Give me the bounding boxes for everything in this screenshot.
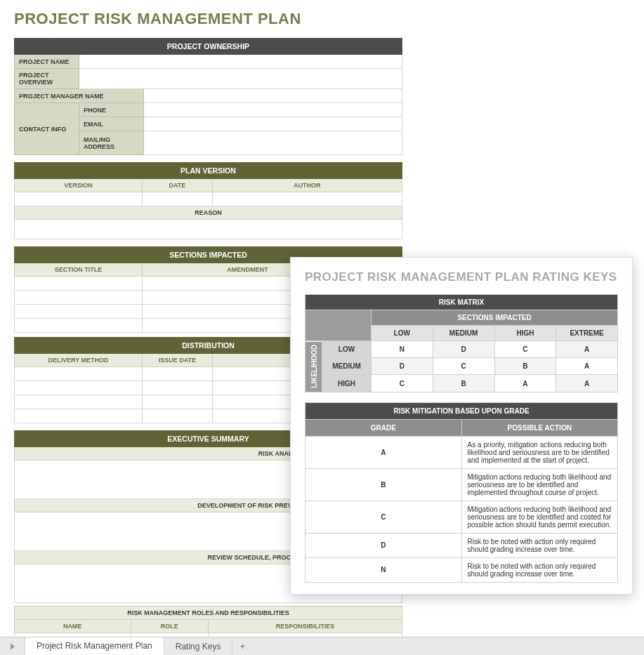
tab-nav-prev[interactable] bbox=[0, 637, 25, 655]
matrix-cell: C bbox=[494, 341, 556, 358]
action-col-label: POSSIBLE ACTION bbox=[461, 419, 618, 436]
matrix-cell: A bbox=[556, 341, 618, 358]
project-manager-field[interactable] bbox=[144, 89, 402, 103]
grade-cell: N bbox=[305, 557, 462, 582]
table-row[interactable] bbox=[143, 409, 212, 423]
matrix-cell: N bbox=[372, 341, 433, 358]
mailing-field[interactable] bbox=[144, 131, 402, 155]
reason-field[interactable] bbox=[15, 220, 402, 239]
role-col-label: ROLE bbox=[131, 620, 208, 633]
table-row[interactable] bbox=[143, 367, 212, 381]
tab-add-button[interactable]: + bbox=[232, 637, 252, 655]
chevron-left-icon bbox=[11, 643, 15, 650]
matrix-row-high: HIGH bbox=[322, 375, 372, 392]
matrix-col-high: HIGH bbox=[494, 326, 556, 341]
sheet-tabbar: Project Risk Management Plan Rating Keys… bbox=[0, 637, 644, 655]
phone-label: PHONE bbox=[79, 103, 144, 117]
tab-label: Project Risk Management Plan bbox=[37, 641, 152, 651]
ownership-header: PROJECT OWNERSHIP bbox=[15, 39, 402, 55]
table-row[interactable] bbox=[15, 319, 143, 333]
table-row[interactable] bbox=[15, 367, 143, 381]
mitigation-table: RISK MITIGATION BASED UPON GRADE GRADE P… bbox=[305, 402, 618, 583]
version-field[interactable] bbox=[15, 192, 143, 206]
grade-cell: A bbox=[305, 436, 462, 468]
author-field[interactable] bbox=[212, 192, 402, 206]
email-label: EMAIL bbox=[79, 117, 144, 131]
panel-title: PROJECT RISK MANAGEMENT PLAN RATING KEYS bbox=[305, 270, 618, 284]
rating-keys-panel: PROJECT RISK MANAGEMENT PLAN RATING KEYS… bbox=[290, 257, 633, 595]
matrix-col-low: LOW bbox=[372, 326, 433, 341]
project-manager-label: PROJECT MANAGER NAME bbox=[15, 89, 144, 103]
matrix-side-label: LIKELIHOOD bbox=[305, 341, 322, 392]
action-cell: Risk to be noted with action only requir… bbox=[461, 557, 618, 582]
action-cell: Risk to be noted with action only requir… bbox=[461, 533, 618, 557]
phone-field[interactable] bbox=[144, 103, 402, 117]
matrix-corner bbox=[305, 310, 372, 341]
matrix-cell: B bbox=[433, 375, 494, 392]
table-row[interactable] bbox=[15, 277, 143, 291]
mailing-label: MAILING ADDRESS bbox=[79, 131, 144, 155]
action-cell: Mitigation actions reducing both likelih… bbox=[461, 501, 618, 533]
matrix-header: RISK MATRIX bbox=[305, 295, 618, 310]
table-row[interactable] bbox=[15, 395, 143, 409]
table-row[interactable] bbox=[15, 291, 143, 305]
action-cell: As a priority, mitigation actions reduci… bbox=[461, 436, 618, 468]
matrix-cell: D bbox=[372, 358, 433, 375]
table-row[interactable] bbox=[15, 381, 143, 395]
table-row[interactable] bbox=[143, 395, 212, 409]
table-row[interactable] bbox=[143, 381, 212, 395]
matrix-cell: C bbox=[433, 358, 494, 375]
plan-version-header: PLAN VERSION bbox=[15, 163, 402, 179]
resp-col-label: RESPONSIBILITIES bbox=[208, 620, 402, 633]
matrix-row-low: LOW bbox=[322, 341, 372, 358]
project-name-field[interactable] bbox=[79, 55, 402, 69]
matrix-cols-header: SECTIONS IMPACTED bbox=[372, 310, 618, 326]
grade-cell: D bbox=[305, 533, 462, 557]
plan-version-table: PLAN VERSION VERSION DATE AUTHOR REASON bbox=[14, 162, 402, 239]
grade-cell: B bbox=[305, 468, 462, 501]
project-name-label: PROJECT NAME bbox=[15, 55, 79, 69]
section-title-label: SECTION TITLE bbox=[15, 263, 143, 277]
table-row[interactable] bbox=[15, 409, 143, 423]
matrix-cell: B bbox=[494, 358, 556, 375]
project-overview-label: PROJECT OVERVIEW bbox=[15, 69, 79, 89]
date-field[interactable] bbox=[143, 192, 212, 206]
name-col-label: NAME bbox=[15, 620, 131, 633]
matrix-cell: A bbox=[556, 358, 618, 375]
email-field[interactable] bbox=[144, 117, 402, 131]
reason-label: REASON bbox=[15, 206, 402, 220]
matrix-cell: C bbox=[372, 375, 433, 392]
grade-col-label: GRADE bbox=[305, 419, 462, 436]
tab-label: Rating Keys bbox=[176, 642, 221, 651]
issue-date-label: ISSUE DATE bbox=[143, 354, 212, 367]
author-label: AUTHOR bbox=[212, 179, 402, 192]
matrix-col-extreme: EXTREME bbox=[556, 326, 618, 341]
tab-project-plan[interactable]: Project Risk Management Plan bbox=[25, 637, 164, 655]
matrix-cell: A bbox=[494, 375, 556, 392]
delivery-label: DELIVERY METHOD bbox=[15, 354, 143, 367]
mitigation-header: RISK MITIGATION BASED UPON GRADE bbox=[305, 402, 618, 419]
project-overview-field[interactable] bbox=[79, 69, 402, 89]
version-label: VERSION bbox=[15, 179, 143, 192]
matrix-cell: A bbox=[556, 375, 618, 392]
risk-matrix-table: RISK MATRIX SECTIONS IMPACTED LOW MEDIUM… bbox=[305, 294, 618, 392]
action-cell: Mitigation actions reducing both likelih… bbox=[461, 468, 618, 501]
roles-header: RISK MANAGEMENT ROLES AND RESPONSIBILITI… bbox=[15, 607, 402, 620]
matrix-row-medium: MEDIUM bbox=[322, 358, 372, 375]
page-title: PROJECT RISK MANAGEMENT PLAN bbox=[14, 10, 402, 28]
matrix-col-medium: MEDIUM bbox=[433, 326, 494, 341]
table-row[interactable] bbox=[15, 305, 143, 319]
date-label: DATE bbox=[143, 179, 212, 192]
tab-rating-keys[interactable]: Rating Keys bbox=[164, 637, 233, 655]
grade-cell: C bbox=[305, 501, 462, 533]
contact-info-label: CONTACT INFO bbox=[15, 103, 79, 155]
matrix-cell: D bbox=[433, 341, 494, 358]
plus-icon: + bbox=[240, 642, 245, 651]
ownership-table: PROJECT OWNERSHIP PROJECT NAME PROJECT O… bbox=[14, 38, 402, 155]
